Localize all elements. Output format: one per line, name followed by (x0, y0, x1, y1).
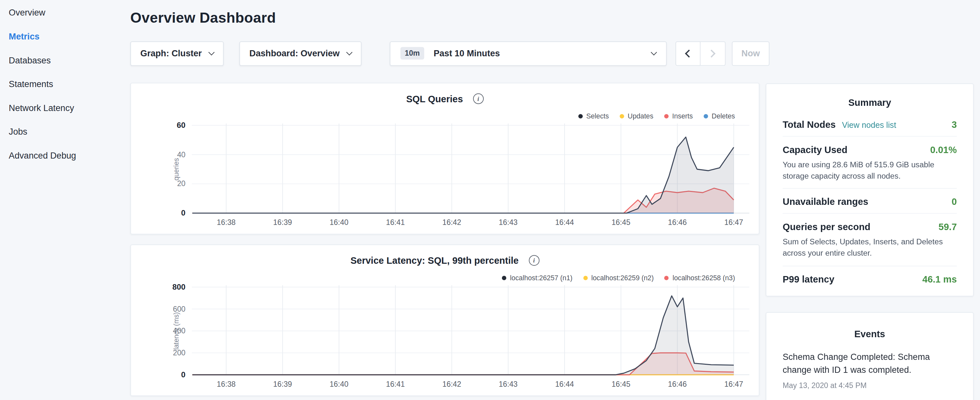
x-tick-label: 16:44 (546, 380, 583, 389)
chevron-down-icon (651, 49, 657, 55)
x-tick-label: 16:39 (264, 218, 301, 227)
legend-label: Deletes (712, 112, 735, 120)
time-range-selector[interactable]: 10m Past 10 Minutes (390, 41, 667, 66)
events-title: Events (783, 326, 957, 343)
summary-label: Capacity Used (783, 144, 847, 155)
x-tick-label: 16:45 (602, 380, 640, 389)
summary-panel: Summary Total NodesView nodes list3Capac… (766, 83, 974, 296)
info-icon[interactable]: i (529, 255, 539, 265)
time-step-buttons (676, 41, 726, 66)
y-tick-label: 400 (157, 327, 185, 335)
main-content: Overview Dashboard Graph: Cluster Dashbo… (130, 0, 769, 396)
x-tick-label: 16:40 (320, 380, 358, 389)
dashboard-page: OverviewMetricsDatabasesStatementsNetwor… (0, 0, 980, 400)
legend-label: Selects (586, 112, 609, 120)
graph-scope-dropdown[interactable]: Graph: Cluster (130, 41, 224, 66)
time-range-badge: 10m (400, 47, 424, 59)
summary-value: 0.01% (930, 144, 957, 155)
time-next-button[interactable] (700, 41, 725, 66)
summary-row-head: Unavailable ranges0 (783, 196, 957, 207)
summary-value: 0 (951, 196, 957, 207)
chart-title-row: Service Latency: SQL, 99th percentile i (131, 254, 759, 266)
x-tick-label: 16:39 (264, 380, 301, 389)
legend-item: localhost:26259 (n2) (583, 274, 654, 281)
summary-label: Queries per second (783, 222, 870, 232)
legend-dot (664, 114, 668, 118)
y-tick-label: 200 (157, 349, 185, 357)
x-tick-label: 16:41 (377, 380, 414, 389)
time-prev-button[interactable] (676, 41, 700, 66)
legend-dot (703, 114, 708, 118)
event-message: Schema Change Completed: Schema change w… (783, 350, 957, 377)
legend-item: Updates (620, 112, 654, 120)
legend-dot (502, 276, 506, 280)
sidebar-item-overview[interactable]: Overview (0, 1, 119, 25)
chart-title: Service Latency: SQL, 99th percentile (350, 255, 519, 265)
chart-legend: SelectsUpdatesInsertsDeletes (578, 112, 735, 120)
legend-item: localhost:26258 (n3) (665, 274, 735, 281)
chart-title: SQL Queries (406, 93, 463, 104)
summary-label: P99 latency (783, 274, 834, 284)
summary-title: Summary (783, 95, 957, 112)
chart-canvas[interactable] (192, 284, 749, 378)
sidebar-item-databases[interactable]: Databases (0, 48, 119, 72)
x-tick-label: 16:42 (433, 218, 471, 227)
chart-card-sql-queries: SQL Queries i SelectsUpdatesInsertsDelet… (130, 83, 759, 234)
summary-description: You are using 28.6 MiB of 515.9 GiB usab… (783, 159, 957, 182)
dashboard-dropdown-label: Dashboard: Overview (250, 48, 340, 58)
info-icon[interactable]: i (473, 93, 484, 104)
legend-label: localhost:26258 (n3) (673, 274, 735, 281)
summary-value: 46.1 ms (923, 274, 957, 284)
x-tick-label: 16:40 (320, 218, 358, 227)
x-tick-label: 16:46 (659, 380, 696, 389)
dashboard-dropdown[interactable]: Dashboard: Overview (239, 41, 362, 66)
sidebar-item-metrics[interactable]: Metrics (0, 25, 119, 49)
legend-item: Inserts (664, 112, 693, 120)
right-panel: Summary Total NodesView nodes list3Capac… (766, 83, 974, 400)
sidebar-item-advanced-debug[interactable]: Advanced Debug (0, 144, 119, 167)
chevron-left-icon (685, 49, 694, 57)
sidebar: OverviewMetricsDatabasesStatementsNetwor… (0, 0, 119, 167)
x-tick-label: 16:47 (715, 380, 752, 389)
summary-row-head: Total NodesView nodes list3 (783, 119, 957, 130)
chart-plot-area: queries 020406016:3816:3916:4016:4116:42… (192, 122, 749, 217)
summary-description: Sum of Selects, Updates, Inserts, and De… (783, 237, 957, 259)
legend-item: localhost:26257 (n1) (502, 274, 572, 281)
legend-dot (665, 276, 669, 280)
x-tick-label: 16:43 (490, 380, 527, 389)
sidebar-item-statements[interactable]: Statements (0, 72, 119, 96)
y-tick-label: 800 (157, 282, 185, 291)
chart-legend: localhost:26257 (n1)localhost:26259 (n2)… (502, 274, 735, 281)
x-tick-label: 16:43 (490, 218, 527, 227)
chart-card-service-latency: Service Latency: SQL, 99th percentile i … (130, 244, 759, 396)
sidebar-item-jobs[interactable]: Jobs (0, 120, 119, 144)
summary-row: Total NodesView nodes list3 (783, 112, 957, 136)
chevron-down-icon (208, 49, 215, 55)
y-tick-label: 600 (157, 304, 185, 313)
x-tick-label: 16:41 (377, 218, 414, 227)
summary-value: 3 (951, 119, 957, 130)
summary-row: Capacity Used0.01%You are using 28.6 MiB… (783, 136, 957, 188)
sidebar-item-network-latency[interactable]: Network Latency (0, 96, 119, 120)
legend-dot (583, 276, 587, 280)
now-button[interactable]: Now (732, 41, 769, 66)
chart-plot-area: latency (ms) 020040060080016:3816:3916:4… (192, 284, 749, 378)
summary-row: Queries per second59.7Sum of Selects, Up… (783, 213, 957, 265)
legend-item: Selects (578, 112, 609, 120)
summary-label: Unavailable ranges (783, 196, 869, 207)
events-panel: Events Schema Change Completed: Schema c… (766, 312, 974, 400)
chevron-right-icon (708, 49, 716, 57)
legend-dot (578, 114, 583, 118)
y-tick-label: 20 (157, 180, 185, 188)
time-range-label: Past 10 Minutes (434, 48, 652, 58)
event-timestamp: May 13, 2020 at 4:45 PM (783, 381, 957, 390)
summary-row-head: Capacity Used0.01% (783, 144, 957, 155)
x-tick-label: 16:38 (207, 218, 245, 227)
summary-value: 59.7 (939, 222, 957, 232)
y-tick-label: 0 (157, 209, 185, 217)
view-nodes-list-link[interactable]: View nodes list (842, 120, 896, 130)
legend-item: Deletes (703, 112, 735, 120)
legend-dot (620, 114, 624, 118)
chart-canvas[interactable] (192, 122, 749, 217)
legend-label: Inserts (672, 112, 693, 120)
